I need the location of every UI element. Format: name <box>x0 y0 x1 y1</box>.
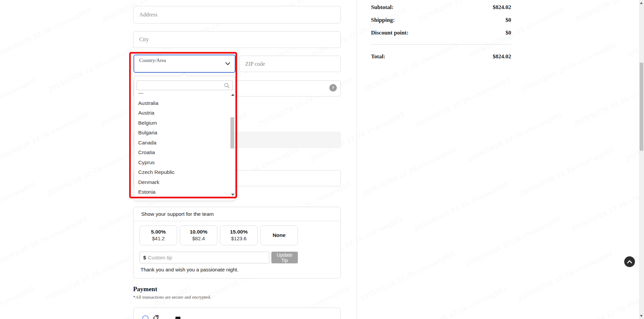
summary-total-value: $824.02 <box>493 53 511 60</box>
list-scroll-up-icon[interactable] <box>231 94 234 96</box>
payment-title: Payment <box>133 285 157 293</box>
tip-percent: 15.00% <box>220 229 257 235</box>
payment-method-label-clipped <box>175 317 180 319</box>
checkout-page: 2025/02/26 22:26-chenwq0032025/02/26 22:… <box>0 0 644 319</box>
tip-percent: 5.00% <box>140 229 177 235</box>
help-icon[interactable]: ? <box>329 84 337 91</box>
country-option[interactable]: Estonia <box>135 187 229 196</box>
summary-label: Shipping: <box>371 17 395 23</box>
country-option[interactable]: Belgium <box>135 118 229 128</box>
tip-option-15-button[interactable]: 15.00% $123.6 <box>220 226 258 245</box>
zip-input[interactable] <box>239 56 340 72</box>
scrollbar-up-icon[interactable] <box>640 2 643 4</box>
tip-thanks-text: Thank you and wish you a passionate nigh… <box>141 267 238 272</box>
scroll-to-top-button[interactable] <box>624 256 635 267</box>
summary-separator <box>371 44 511 45</box>
chevron-up-icon <box>627 260 632 263</box>
address-field[interactable] <box>133 6 341 23</box>
country-option[interactable]: Austria <box>135 108 229 118</box>
page-scrollbar-thumb[interactable] <box>640 63 643 151</box>
country-list: --- Australia Austria Belgium Bulgaria C… <box>135 91 229 196</box>
payment-note: *All transactions are secure and encrypt… <box>133 295 211 300</box>
custom-tip-input[interactable] <box>146 254 269 261</box>
search-icon <box>224 83 230 88</box>
custom-tip-field[interactable]: $ <box>140 252 269 263</box>
country-dropdown: --- Australia Austria Belgium Bulgaria C… <box>134 76 235 201</box>
payment-radio[interactable] <box>142 315 149 319</box>
summary-value: $824.02 <box>493 4 511 11</box>
tip-amount: $82.4 <box>180 236 217 241</box>
summary-row-total: Total: $824.02 <box>371 53 511 60</box>
summary-row-subtotal: Subtotal: $824.02 <box>371 4 511 11</box>
summary-total-label: Total: <box>371 53 385 60</box>
summary-value: $0 <box>505 17 511 23</box>
tip-divider <box>133 221 340 221</box>
tip-option-10-button[interactable]: 10.00% $82.4 <box>180 226 217 245</box>
country-option[interactable]: Croatia <box>135 147 229 157</box>
dropdown-notch <box>181 73 187 79</box>
tip-percent: None <box>261 232 298 238</box>
list-scrollbar-thumb[interactable] <box>230 117 234 148</box>
country-search-box[interactable] <box>137 80 233 90</box>
summary-row-shipping: Shipping: $0 <box>371 17 511 23</box>
country-option[interactable]: Bulgaria <box>135 128 229 138</box>
scrollbar-down-icon[interactable] <box>640 315 643 317</box>
chevron-down-icon <box>225 62 230 65</box>
city-input[interactable] <box>133 31 340 48</box>
payment-method-card[interactable] <box>133 308 341 319</box>
address-input[interactable] <box>133 6 340 23</box>
summary-label: Discount point: <box>371 29 409 36</box>
country-option[interactable]: Cyprus <box>135 157 229 168</box>
country-select-label: Country/Area <box>139 58 166 63</box>
currency-symbol: $ <box>143 255 146 260</box>
city-field[interactable] <box>133 31 341 48</box>
tip-title: Show your support for the team <box>141 211 214 217</box>
update-tip-button[interactable]: Update Tip <box>271 252 298 263</box>
page-scrollbar-track[interactable] <box>639 0 644 319</box>
country-option[interactable]: Denmark <box>135 177 229 187</box>
tip-option-5-button[interactable]: 5.00% $41.2 <box>140 226 177 245</box>
summary-label: Subtotal: <box>371 4 393 11</box>
payment-tag-icon <box>152 314 159 319</box>
country-option[interactable]: Canada <box>135 138 229 148</box>
country-select[interactable]: Country/Area <box>133 55 235 73</box>
country-option[interactable]: --- <box>135 91 229 98</box>
summary-row-discount: Discount point: $0 <box>371 29 511 36</box>
list-scroll-down-icon[interactable] <box>231 194 234 196</box>
tip-amount: $41.2 <box>140 236 177 241</box>
country-option[interactable]: Czech Republic <box>135 167 229 177</box>
summary-divider-vertical <box>357 0 357 319</box>
tip-percent: 10.00% <box>180 229 217 235</box>
summary-value: $0 <box>505 29 511 36</box>
tip-card: Show your support for the team 5.00% $41… <box>133 207 341 278</box>
tip-amount: $123.6 <box>220 236 257 241</box>
country-search-input[interactable] <box>137 81 232 90</box>
country-option[interactable]: Australia <box>135 98 229 108</box>
zip-field[interactable] <box>239 56 341 72</box>
tip-option-none-button[interactable]: None <box>260 226 298 245</box>
